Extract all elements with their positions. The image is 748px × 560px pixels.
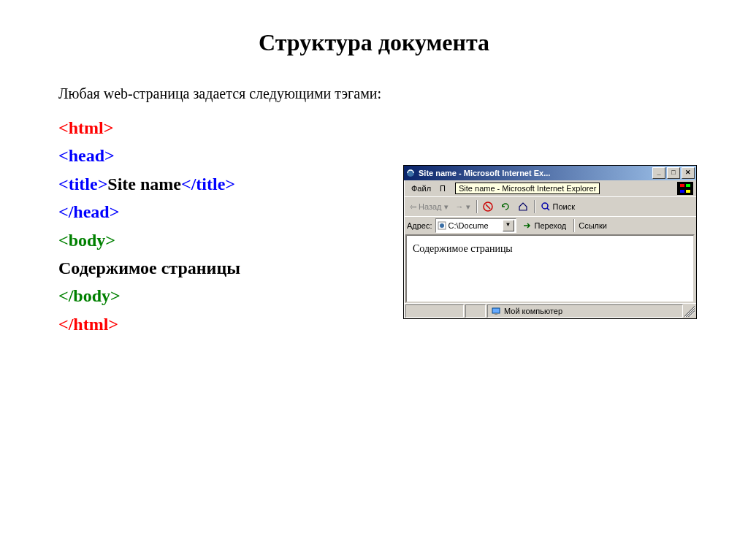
ie-page-content: Содержимое страницы [405, 234, 695, 303]
svg-rect-5 [686, 190, 690, 193]
chevron-down-icon: ▾ [466, 202, 470, 212]
page-icon [438, 221, 446, 230]
address-input[interactable]: C:\Docume ▼ [435, 218, 516, 233]
search-icon [541, 202, 551, 212]
toolbar-separator [573, 219, 574, 232]
ie-menubar: Файл П Site name - Microsoft Internet Ex… [404, 180, 696, 196]
go-label: Переход [535, 221, 567, 230]
toolbar-separator [534, 200, 535, 213]
menu-file[interactable]: Файл [407, 184, 435, 193]
svg-rect-10 [492, 308, 500, 313]
toolbar-separator [476, 200, 477, 213]
resize-grip[interactable] [684, 305, 695, 317]
svg-point-9 [440, 223, 444, 228]
tag-title-text: Site name [107, 174, 181, 193]
back-arrow-icon: ⇦ [410, 202, 416, 212]
zone-label: Мой компьютер [504, 307, 562, 315]
tag-title-open: <title> [58, 174, 107, 193]
slide-title: Структура документа [58, 29, 690, 56]
refresh-button[interactable] [497, 200, 514, 213]
back-label: Назад [419, 202, 442, 211]
refresh-icon [500, 202, 511, 212]
close-button[interactable]: ✕ [682, 167, 695, 179]
address-label: Адрес: [407, 221, 432, 230]
stop-icon [483, 202, 493, 212]
home-icon [518, 202, 528, 212]
minimize-button[interactable]: _ [652, 167, 665, 179]
ie-titlebar[interactable]: Site name - Microsoft Internet Ex... _ □… [404, 166, 696, 180]
ie-addressbar: Адрес: C:\Docume ▼ Переход Ссылки [404, 216, 696, 234]
status-panel-left [405, 304, 464, 318]
svg-rect-3 [686, 184, 690, 187]
go-button[interactable]: Переход [519, 219, 570, 232]
menu-edit[interactable]: П [435, 184, 450, 193]
page-body-text: Содержимое страницы [413, 243, 513, 254]
ie-throbber-icon [677, 182, 693, 195]
forward-arrow-icon: → [456, 202, 464, 211]
ie-statusbar: Мой компьютер [404, 303, 696, 318]
computer-icon [491, 306, 501, 316]
ie-title-text: Site name - Microsoft Internet Ex... [419, 169, 651, 177]
status-zone-panel: Мой компьютер [487, 304, 683, 318]
address-dropdown-icon[interactable]: ▼ [503, 220, 514, 231]
ie-toolbar: ⇦ Назад ▾ → ▾ Поиск [404, 196, 696, 216]
tag-title-close: </title> [181, 174, 235, 193]
maximize-button[interactable]: □ [667, 167, 680, 179]
search-button[interactable]: Поиск [538, 200, 578, 213]
tag-html-open: <html> [58, 114, 690, 142]
links-label[interactable]: Ссылки [579, 221, 607, 230]
intro-text: Любая web-страница задается следующими т… [58, 85, 690, 102]
address-value: C:\Docume [449, 221, 489, 230]
title-tooltip: Site name - Microsoft Internet Explorer [455, 183, 600, 194]
forward-button[interactable]: → ▾ [453, 201, 473, 213]
back-button[interactable]: ⇦ Назад ▾ [407, 201, 451, 213]
search-label: Поиск [553, 202, 575, 211]
status-panel-spacer [465, 304, 486, 318]
ie-window: Site name - Microsoft Internet Ex... _ □… [403, 165, 697, 319]
svg-rect-2 [680, 184, 684, 187]
home-button[interactable] [515, 200, 531, 213]
svg-point-7 [542, 203, 548, 209]
svg-rect-11 [495, 313, 497, 315]
stop-button[interactable] [480, 200, 496, 213]
go-icon [522, 220, 533, 231]
svg-rect-4 [680, 190, 684, 193]
ie-app-icon [405, 168, 416, 178]
chevron-down-icon: ▾ [444, 202, 449, 212]
